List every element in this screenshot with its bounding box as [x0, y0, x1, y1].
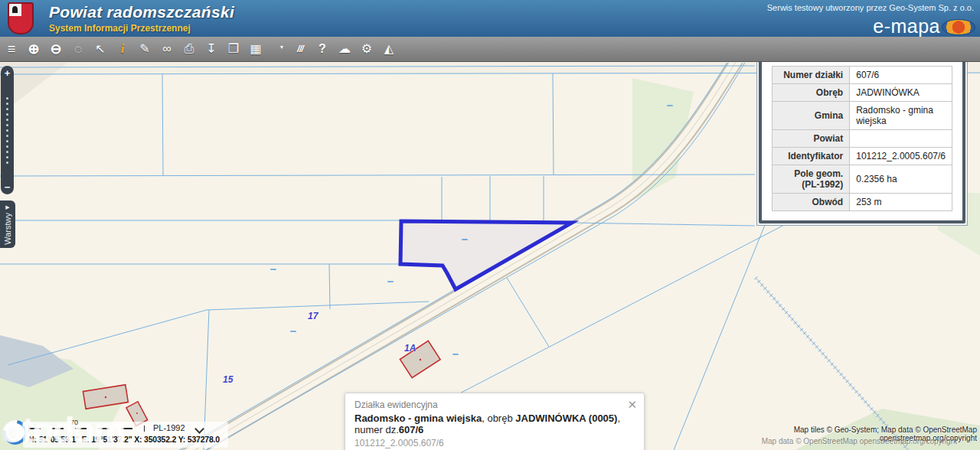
- zoom-out-icon[interactable]: ⊖: [49, 42, 63, 56]
- layers-icon[interactable]: ≡: [5, 42, 18, 56]
- help-icon[interactable]: ?: [315, 42, 329, 56]
- county-crest-logo: [8, 2, 34, 34]
- parcel-number: 607/6: [399, 424, 424, 435]
- attribution-ghost: Map data © OpenStreetMap openstreetmap.o…: [762, 437, 957, 445]
- close-icon[interactable]: ✕: [627, 398, 637, 412]
- page-title: Powiat radomszczański: [49, 3, 234, 21]
- attribution-line1: Map tiles © Geo-System; Map data © OpenS…: [794, 426, 977, 434]
- obreb-name: JADWINÓWKA (0005): [515, 412, 617, 424]
- draw-icon[interactable]: ✎: [138, 42, 152, 56]
- settings-icon[interactable]: ⚙: [360, 42, 374, 56]
- table-row: Obwód253 m: [773, 194, 952, 211]
- table-row: ObrębJADWINÓWKA: [773, 84, 952, 102]
- table-row: Identyfikator101212_2.0005.607/6: [773, 148, 952, 165]
- zoom-in-icon[interactable]: ⊕: [27, 42, 41, 56]
- page-subtitle: System Informacji Przestrzennej: [49, 23, 234, 34]
- table-row: Numer działki607/6: [773, 67, 952, 84]
- table-row: Pole geom. (PL-1992)0.2356 ha: [773, 165, 952, 194]
- measure-icon[interactable]: ///: [293, 42, 307, 56]
- info-icon[interactable]: i: [116, 42, 129, 56]
- emapa-brand: e-mapa: [873, 15, 940, 38]
- map-attribution: Map tiles © Geo-System; Map data © OpenS…: [794, 426, 977, 442]
- app-header: Powiat radomszczański System Informacji …: [0, 0, 980, 38]
- service-note: Serwis testowy utworzony przez Geo-Syste…: [767, 3, 974, 12]
- layers-tab-label: Warstwy: [3, 213, 12, 245]
- layout-icon[interactable]: ▦: [249, 42, 263, 56]
- link-icon[interactable]: ∞: [160, 42, 174, 56]
- table-row: Powiat: [773, 130, 952, 148]
- layers-panel-tab[interactable]: ▶ Warstwy: [0, 201, 15, 248]
- zoom-levels: [6, 97, 8, 164]
- map-toolbar: ≡ ⊕ ⊖ ◌ ↖ i ✎ ∞ ⎙ ↧ ❐ ▦ /// ? ☁ ⚙ ◭: [0, 37, 980, 62]
- print-icon[interactable]: ⎙: [182, 42, 196, 56]
- cloud-upload-icon[interactable]: ☁: [338, 42, 351, 56]
- parcel-attributes-table: Numer działki607/6 ObrębJADWINÓWKA Gmina…: [772, 66, 952, 211]
- zoom-in-button[interactable]: +: [5, 68, 11, 78]
- geo-system-logo-icon: [942, 19, 975, 35]
- address-label: 17: [308, 311, 318, 321]
- copy-window-icon[interactable]: ❐: [227, 42, 240, 56]
- feature-identifier: 101212_2.0005.607/6: [354, 438, 635, 448]
- crs-selector[interactable]: PL-1992: [153, 423, 185, 432]
- feature-description: Radomsko - gmina wiejska, obręb JADWINÓW…: [354, 412, 635, 435]
- select-area-icon[interactable]: ◌: [71, 42, 85, 56]
- chevron-down-icon[interactable]: [194, 424, 204, 434]
- compare-icon[interactable]: ◭: [382, 42, 396, 56]
- zoom-slider[interactable]: + −: [1, 66, 14, 194]
- address-label: 15: [223, 374, 233, 385]
- pointer-icon[interactable]: ↖: [93, 42, 107, 56]
- address-label: 1A: [404, 343, 416, 354]
- feature-popup: Działka ewidencyjna ✕ Radomsko - gmina w…: [345, 393, 645, 450]
- watermark: otodom: [2, 409, 124, 450]
- tab-arrow-icon: ▶: [5, 204, 9, 210]
- slope-hachure-line: [756, 278, 908, 450]
- zoom-out-button[interactable]: −: [5, 182, 11, 192]
- feature-type-label: Działka ewidencyjna: [354, 399, 635, 410]
- table-row: GminaRadomsko - gmina wiejska: [773, 102, 952, 130]
- download-location-icon[interactable]: ↧: [204, 42, 218, 56]
- parcel-info-panel: Działka ewidencyjna ✕ Numer działki607/6…: [756, 38, 968, 226]
- gmina-name: Radomsko - gmina wiejska: [354, 412, 482, 424]
